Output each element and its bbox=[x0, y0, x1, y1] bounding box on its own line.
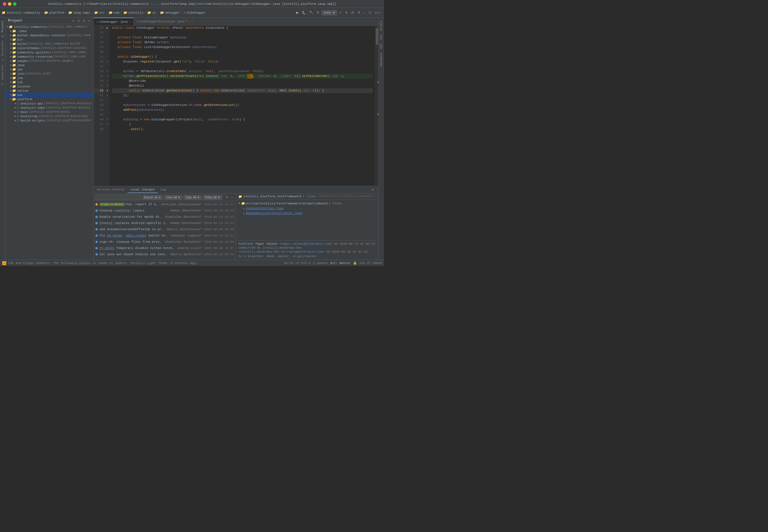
tree-item-build-scripts[interactable]: ▶ ⬡ build-scripts [intellij.platform.bui… bbox=[6, 118, 93, 123]
history-button[interactable]: ⏱ bbox=[350, 11, 355, 15]
run-button[interactable]: ▶ bbox=[295, 10, 300, 15]
minimize-button[interactable] bbox=[8, 2, 11, 6]
traffic-lights[interactable] bbox=[3, 2, 16, 6]
tree-item-root[interactable]: ▼ 📁 intellij-community [intellij.idea.co… bbox=[6, 25, 93, 29]
commit-message: [tests] replaces Android-specific in-mem… bbox=[99, 221, 169, 225]
minimize-bottom-button[interactable]: − bbox=[375, 188, 378, 192]
tree-item-json[interactable]: ▶ 📁 json [intellij.json] bbox=[6, 72, 93, 76]
vc-search-input[interactable] bbox=[95, 194, 141, 200]
close-button[interactable] bbox=[3, 2, 6, 6]
sidebar-tab-structure[interactable]: 2: Structure bbox=[1, 39, 5, 63]
build-button[interactable]: 🔨 bbox=[308, 10, 314, 15]
status-encoding[interactable]: LF UTF-8 bbox=[296, 261, 311, 265]
tree-item-aether[interactable]: ▶ 📁 aether-dependency-resolver [intellij… bbox=[6, 33, 93, 37]
sidebar-tab-ant[interactable]: Ant bbox=[379, 33, 383, 41]
status-memory[interactable]: 314 of 1981M bbox=[359, 261, 382, 265]
tab-local-changes[interactable]: Local Changes bbox=[127, 187, 158, 193]
breadcrumb-platform[interactable]: 📂 platform bbox=[44, 11, 64, 14]
git-x-button[interactable]: ✕ bbox=[344, 10, 349, 15]
tree-item-guitests[interactable]: ▶ 📁 community-guitests [intellij.idea.co… bbox=[6, 50, 93, 55]
tree-item-colorschemes[interactable]: ▶ 📁 colorSchemes [intellij.platform.colo… bbox=[6, 46, 93, 50]
tree-item-java[interactable]: ▶ 📁 java bbox=[6, 63, 93, 67]
sidebar-tab-cdi[interactable]: CDI bbox=[379, 42, 383, 51]
git-pull-button[interactable]: ⬡ bbox=[367, 10, 372, 15]
rollback-button[interactable]: ↺ bbox=[356, 10, 361, 15]
status-indent[interactable]: 2 spaces bbox=[313, 261, 328, 265]
settings-button[interactable]: ⚙ bbox=[82, 19, 86, 23]
commit-item-3[interactable]: [tests] replaces Android-specific in-mem… bbox=[94, 220, 236, 226]
reload-button[interactable]: ↻ bbox=[315, 10, 320, 15]
breadcrumb-lang-impl[interactable]: 📂 lang-impl bbox=[68, 11, 90, 14]
debug-button[interactable]: 🐛 bbox=[301, 10, 307, 15]
tree-item-jps[interactable]: ▶ 📁 jps bbox=[6, 67, 93, 72]
sidebar-tab-database[interactable]: Database bbox=[379, 51, 383, 68]
tree-item-license[interactable]: ▶ 📁 license bbox=[6, 84, 93, 89]
refresh-button[interactable]: ↻ bbox=[225, 195, 229, 200]
tab-version-control[interactable]: Version Control bbox=[94, 187, 127, 193]
user-filter[interactable]: User: All ▼ bbox=[164, 195, 182, 200]
commit-item-0[interactable]: origin & master FUS: report if automatic… bbox=[94, 201, 236, 208]
tree-item-lib[interactable]: ▶ 📁 lib bbox=[6, 80, 93, 84]
breadcrumb-class[interactable]: C UiDebugger bbox=[184, 11, 206, 14]
commit-item-4[interactable]: add #elementsAroundOffsetUp to process e… bbox=[94, 226, 236, 233]
tab-close-button[interactable]: ✕ bbox=[129, 20, 131, 24]
tree-item-analysis-impl[interactable]: ▶ ⬡ analysis-impl [intellij.platform.ana… bbox=[6, 106, 93, 110]
sidebar-tab-project[interactable]: 1: Project bbox=[1, 19, 5, 39]
paths-filter[interactable]: Paths: All ▼ bbox=[203, 195, 222, 200]
tree-item-idea[interactable]: ▶ 📁 .idea bbox=[6, 29, 93, 33]
tree-item-native[interactable]: ▶ 📁 native bbox=[6, 89, 93, 93]
commit-item-8[interactable]: let java ast based indices use content h… bbox=[94, 251, 236, 257]
branches-text: In 3 branches: HEAD, master, origin/mast… bbox=[238, 255, 317, 258]
sidebar-tab-favorites[interactable]: 2: Favorites bbox=[1, 63, 5, 87]
branch-filter[interactable]: Branch: All ▼ bbox=[142, 195, 163, 200]
cr-link[interactable]: CR-48380 bbox=[107, 234, 122, 237]
vc-file-item-2[interactable]: ☕ RandomActivityInterceptor.java bbox=[236, 211, 378, 215]
scrollbar-thumb[interactable] bbox=[376, 28, 378, 45]
tree-item-jvm[interactable]: ▶ 📁 jvm bbox=[6, 76, 93, 80]
commit-item-6[interactable]: sign.sh: cleanup files from previous sig… bbox=[94, 239, 236, 245]
breadcrumb-debugger[interactable]: 📂 debugger bbox=[160, 11, 180, 14]
tab-uidebugger[interactable]: ☕ UiDebugger.java ✕ bbox=[94, 18, 134, 25]
collapse-all-button[interactable]: ⊟ bbox=[77, 19, 81, 23]
status-git-branch[interactable]: Git: master bbox=[330, 261, 351, 265]
tree-item-out[interactable]: ▼ 📂 out bbox=[6, 93, 93, 97]
tab-close-button-2[interactable]: ✕ bbox=[189, 20, 190, 23]
editor-scrollbar[interactable] bbox=[375, 26, 378, 186]
settings-icon[interactable]: ⚙ bbox=[370, 188, 375, 192]
maximize-button[interactable] bbox=[13, 2, 16, 6]
breadcrumb-src[interactable]: 📂 src bbox=[94, 11, 105, 14]
breadcrumb-com[interactable]: 📂 com bbox=[109, 11, 119, 14]
sidebar-tab-gradle[interactable]: Gradle bbox=[379, 19, 383, 32]
tree-item-bootstrap[interactable]: ▶ ⬡ bootstrap [intellij.platform.bootstr… bbox=[6, 114, 93, 118]
date-filter[interactable]: Date: All ▼ bbox=[183, 195, 202, 200]
commit-item-2[interactable]: Enable notarization for macOS distributi… bbox=[94, 214, 236, 220]
tree-item-build[interactable]: ▶ 📁 build [intellij.idea.community.build… bbox=[6, 42, 93, 46]
py-link[interactable]: PY-36231 bbox=[99, 246, 114, 250]
tree-item-bin[interactable]: ▶ 📁 bin bbox=[6, 37, 93, 42]
code-content[interactable]: public class UiDebugger extends JPanel i… bbox=[110, 26, 375, 186]
vc-folder-item[interactable]: ▼ 📁 src/com/intellij/testFramework/prope… bbox=[236, 201, 378, 206]
idea-dropdown[interactable]: IDEA ▼ bbox=[321, 10, 337, 15]
vc-file-item-1[interactable]: ☕ InvokeIntention.java bbox=[236, 206, 378, 211]
breadcrumb-intellij[interactable]: 📂 intellij bbox=[123, 11, 143, 14]
tree-item-platform[interactable]: ▼ 📂 platform bbox=[6, 97, 93, 101]
tree-item-resources[interactable]: ▶ 📁 community-resources [intellij.idea.c… bbox=[6, 55, 93, 59]
close-panel-button[interactable]: ✕ bbox=[87, 19, 91, 23]
git-push-button[interactable]: ↑ bbox=[362, 11, 366, 15]
sync-button[interactable]: ⟳ bbox=[72, 19, 76, 23]
status-position[interactable]: 38:32 bbox=[284, 261, 293, 265]
breadcrumb-project[interactable]: 📁 intellij-community bbox=[2, 11, 40, 14]
tree-item-analysis-api[interactable]: ▶ ⬡ analysis-api [intellij.platform.anal… bbox=[6, 101, 93, 106]
tree-item-images[interactable]: ▶ 📁 images [intellij.platform.images] bbox=[6, 59, 93, 63]
commit-item-5[interactable]: fix CR-48380: IDEA-216202 Switch to SSHJ… bbox=[94, 233, 236, 239]
breadcrumb-ui[interactable]: 📂 ui bbox=[147, 11, 156, 14]
commit-item-1[interactable]: Cleanup (nullity; typos) Roman Shevchenk… bbox=[94, 208, 236, 214]
tab-log[interactable]: Log bbox=[158, 187, 169, 193]
tab-uidebuggerextension[interactable]: I UiDebuggerExtension.java * ✕ bbox=[134, 18, 193, 25]
tree-item-boot[interactable]: ▶ ⬡ boot [intellij.platform.boot] bbox=[6, 110, 93, 114]
commit-item-7[interactable]: PY-36231 Temporary disable Cython extens… bbox=[94, 245, 236, 251]
idea-link[interactable]: IDEA-216202 bbox=[125, 234, 146, 237]
git-checkmark-button[interactable]: ✓ bbox=[338, 10, 343, 15]
cherry-pick-button[interactable]: ⑃ bbox=[230, 195, 234, 200]
status-warning-text[interactable]: IDE and Plugin Updates: The following pl… bbox=[8, 261, 197, 265]
